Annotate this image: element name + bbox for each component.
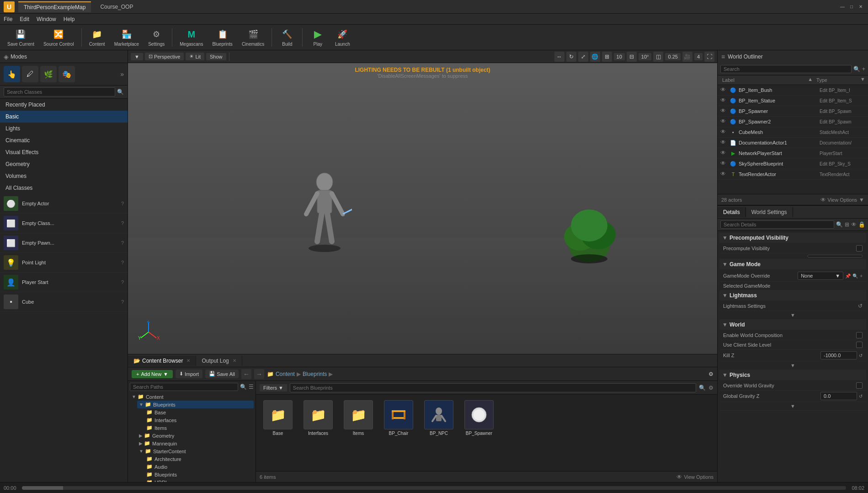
cube-help[interactable]: ? (121, 299, 124, 305)
visibility-icon-6[interactable]: 👁 (720, 150, 728, 157)
world-local-btn[interactable]: 🌐 (590, 52, 600, 62)
tree-item-items[interactable]: 📁 Items (144, 424, 254, 432)
list-item[interactable]: 💡 Point Light ? (0, 253, 128, 273)
empty-pawn-help[interactable]: ? (121, 240, 124, 246)
play-button[interactable]: ▶ Play (306, 26, 329, 48)
grid-size-value[interactable]: 10 (614, 53, 625, 60)
build-button[interactable]: 🔨 Build (276, 26, 298, 48)
table-row[interactable]: 👁 T TextRenderActor TextRenderAct (718, 169, 868, 180)
rotation-snap-value[interactable]: 10° (639, 53, 652, 60)
empty-actor-help[interactable]: ? (121, 201, 124, 206)
category-recently-placed[interactable]: Recently Placed (0, 99, 128, 111)
camera-speed-btn[interactable]: 🎥 (682, 52, 692, 62)
marketplace-button[interactable]: 🏪 Marketplace (111, 26, 143, 48)
mode-expand-btn[interactable]: » (120, 70, 124, 78)
gamemode-search-icon[interactable]: 🔍 (852, 273, 858, 279)
list-item[interactable]: BP_Chair (380, 398, 417, 438)
add-new-button[interactable]: + Add New ▼ (132, 370, 173, 378)
scale-btn[interactable]: ⤢ (578, 52, 588, 62)
output-log-close[interactable]: ✕ (233, 358, 236, 363)
precomputed-visibility-header[interactable]: ▼ Precomputed Visibility (719, 233, 866, 243)
minimize-btn[interactable]: — (839, 3, 846, 11)
visibility-icon-8[interactable]: 👁 (720, 171, 728, 178)
table-row[interactable]: 👁 ▶ NetworkPlayerStart PlayerStart (718, 148, 868, 159)
category-geometry[interactable]: Geometry (0, 158, 128, 170)
import-button[interactable]: ⬇ Import (176, 370, 202, 378)
tree-item-starter-content[interactable]: ▼ 📁 StarterContent (137, 447, 254, 455)
lm-reset-icon[interactable]: ↺ (858, 303, 863, 309)
assets-search-input[interactable] (290, 383, 696, 392)
cinematics-button[interactable]: 🎬 Cinematics (238, 26, 268, 48)
view-options-label[interactable]: View Options (684, 474, 714, 480)
empty-class-help[interactable]: ? (121, 220, 124, 226)
tree-item-interfaces[interactable]: 📁 Interfaces (144, 416, 254, 424)
save-all-button[interactable]: 💾 Save All (205, 370, 239, 378)
source-control-button[interactable]: 🔀 Source Control (40, 26, 78, 48)
w-expand-arrow[interactable]: ▼ (790, 363, 795, 368)
list-item[interactable]: BP_NPC (421, 398, 457, 438)
visibility-icon-7[interactable]: 👁 (720, 160, 728, 167)
world-header[interactable]: ▼ World (719, 320, 866, 330)
list-item[interactable]: 📁 Items (340, 398, 377, 438)
details-search-input[interactable] (720, 220, 834, 229)
mode-select-btn[interactable]: 👆 (4, 66, 20, 82)
surface-snap-btn[interactable]: ⊞ (602, 52, 612, 62)
ggz-reset-icon[interactable]: ↺ (859, 394, 863, 399)
gamemode-pin-icon[interactable]: 📌 (845, 273, 851, 279)
editor-tab[interactable]: ThirdPersonExampleMap (18, 1, 91, 12)
kill-z-input[interactable] (820, 351, 857, 359)
details-lock-icon[interactable]: 🔒 (858, 221, 865, 228)
tree-search-input[interactable] (130, 383, 238, 391)
breadcrumb-blueprints[interactable]: Blueprints (303, 371, 327, 377)
rotate-btn[interactable]: ↻ (566, 52, 576, 62)
category-all-classes[interactable]: All Classes (0, 182, 128, 194)
tree-item-mannequin[interactable]: ▶ 📁 Mannequin (137, 439, 254, 447)
global-gravity-z-input[interactable] (820, 392, 857, 400)
type-sort-icon[interactable]: ▼ (860, 76, 865, 84)
list-item[interactable]: 📁 Interfaces (300, 398, 336, 438)
mode-paint-btn[interactable]: 🖊 (22, 66, 38, 82)
list-item[interactable]: ⬜ Empty Pawn... ? (0, 233, 128, 253)
table-row[interactable]: 👁 🔵 BP_Spawner2 Edit BP_Spawn (718, 117, 868, 127)
list-item[interactable]: BP_Spawner (461, 398, 497, 438)
output-log-tab[interactable]: Output Log ✕ (196, 356, 242, 366)
tree-item-geometry[interactable]: ▶ 📁 Geometry (137, 432, 254, 439)
mode-mesh-btn[interactable]: 🎭 (59, 66, 75, 82)
perspective-btn[interactable]: ⊡ Perspective (145, 53, 184, 60)
category-cinematic[interactable]: Cinematic (0, 134, 128, 146)
world-settings-tab[interactable]: World Settings (746, 207, 793, 217)
owg-checkbox[interactable] (856, 382, 863, 389)
search-classes-input[interactable] (4, 87, 115, 96)
assets-settings-icon[interactable]: ⚙ (708, 385, 714, 391)
launch-button[interactable]: 🚀 Launch (331, 26, 354, 48)
table-row[interactable]: 👁 🔵 BP_Item_Statue Edit BP_Item_S (718, 96, 868, 106)
nav-forward-button[interactable]: → (254, 369, 264, 379)
pv-dropdown[interactable] (808, 255, 863, 257)
visibility-icon-4[interactable]: 👁 (720, 129, 728, 136)
ph-expand-arrow[interactable]: ▼ (790, 403, 795, 409)
visibility-icon-5[interactable]: 👁 (720, 139, 728, 146)
details-grid-icon[interactable]: ⊞ (845, 221, 849, 228)
menu-file[interactable]: File (4, 16, 12, 22)
table-row[interactable]: 👁 📄 DocumentationActor1 Documentation/ (718, 138, 868, 148)
kz-reset-icon[interactable]: ↺ (859, 353, 863, 358)
camera-speed-value[interactable]: 4 (694, 53, 703, 60)
viewport[interactable]: Z X Y LIGHTING NEEDS TO BE REBUILT (1 un… (128, 63, 717, 354)
nav-back-button[interactable]: ← (241, 369, 251, 379)
table-row[interactable]: 👁 🔵 BP_Spawner Edit BP_Spawn (718, 106, 868, 117)
grid-snap-btn[interactable]: ⊟ (627, 52, 637, 62)
save-button[interactable]: 💾 Save Current (4, 26, 38, 48)
gamemode-add-icon[interactable]: + (860, 273, 863, 279)
tree-item-blueprints[interactable]: ▼ 📁 Blueprints (137, 401, 254, 408)
tree-item-blueprints2[interactable]: 📁 Blueprints (144, 471, 254, 478)
outliner-add-icon[interactable]: + (862, 66, 865, 72)
list-item[interactable]: ▪ Cube ? (0, 292, 128, 312)
translate-btn[interactable]: ↔ (554, 52, 564, 62)
list-item[interactable]: 👤 Player Start ? (0, 273, 128, 292)
show-btn[interactable]: Show (206, 53, 226, 60)
category-basic[interactable]: Basic (0, 111, 128, 123)
timeline-progress-bar[interactable] (22, 486, 847, 490)
tree-item-audio[interactable]: 📁 Audio (144, 463, 254, 471)
maximize-viewport-btn[interactable]: ⛶ (704, 52, 714, 62)
filters-button[interactable]: Filters ▼ (260, 384, 287, 391)
